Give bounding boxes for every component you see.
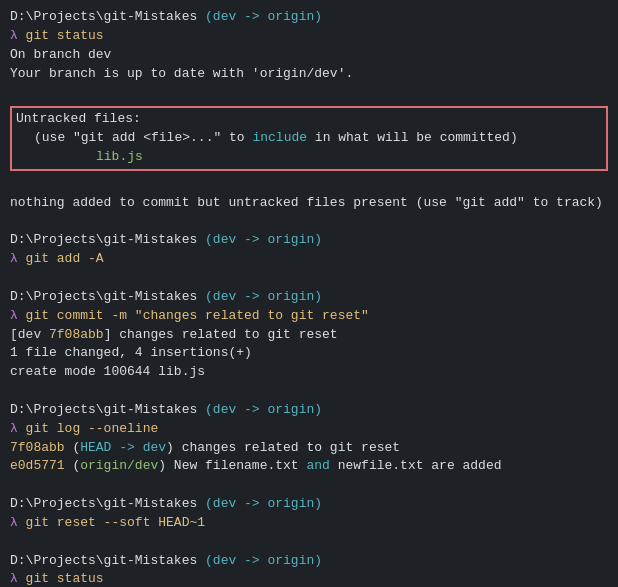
line-status2-prompt: D:\Projects\git-Mistakes (dev -> origin) — [10, 552, 608, 571]
log-line-1: 7f08abb (HEAD -> dev) changes related to… — [10, 439, 608, 458]
blank-4 — [10, 269, 608, 288]
commit-result-3: create mode 100644 lib.js — [10, 363, 608, 382]
line-commit-cmd: λ git commit -m "changes related to git … — [10, 307, 608, 326]
line-2: λ git status — [10, 27, 608, 46]
line-commit-prompt: D:\Projects\git-Mistakes (dev -> origin) — [10, 288, 608, 307]
untracked-box: Untracked files: (use "git add <file>...… — [10, 106, 608, 171]
prompt-path: D:\Projects\git-Mistakes — [10, 9, 205, 24]
untracked-hint: (use "git add <file>..." to include in w… — [16, 129, 602, 148]
log-line-2: e0d5771 (origin/dev) New filename.txt an… — [10, 457, 608, 476]
line-add-cmd: λ git add -A — [10, 250, 608, 269]
line-log-prompt: D:\Projects\git-Mistakes (dev -> origin) — [10, 401, 608, 420]
commit-result-1: [dev 7f08abb] changes related to git res… — [10, 326, 608, 345]
blank-6 — [10, 476, 608, 495]
line-3: On branch dev — [10, 46, 608, 65]
line-add-prompt: D:\Projects\git-Mistakes (dev -> origin) — [10, 231, 608, 250]
blank-3 — [10, 212, 608, 231]
untracked-title: Untracked files: — [16, 110, 602, 129]
line-status2-cmd: λ git status — [10, 570, 608, 587]
untracked-file: lib.js — [16, 148, 602, 167]
blank-5 — [10, 382, 608, 401]
line-1: D:\Projects\git-Mistakes (dev -> origin) — [10, 8, 608, 27]
terminal-output: D:\Projects\git-Mistakes (dev -> origin)… — [10, 8, 608, 587]
blank-7 — [10, 533, 608, 552]
blank-2 — [10, 175, 608, 194]
nothing-added: nothing added to commit but untracked fi… — [10, 194, 608, 213]
commit-result-2: 1 file changed, 4 insertions(+) — [10, 344, 608, 363]
line-reset-prompt: D:\Projects\git-Mistakes (dev -> origin) — [10, 495, 608, 514]
blank-1 — [10, 83, 608, 102]
line-4: Your branch is up to date with 'origin/d… — [10, 65, 608, 84]
line-log-cmd: λ git log --oneline — [10, 420, 608, 439]
line-reset-cmd: λ git reset --soft HEAD~1 — [10, 514, 608, 533]
